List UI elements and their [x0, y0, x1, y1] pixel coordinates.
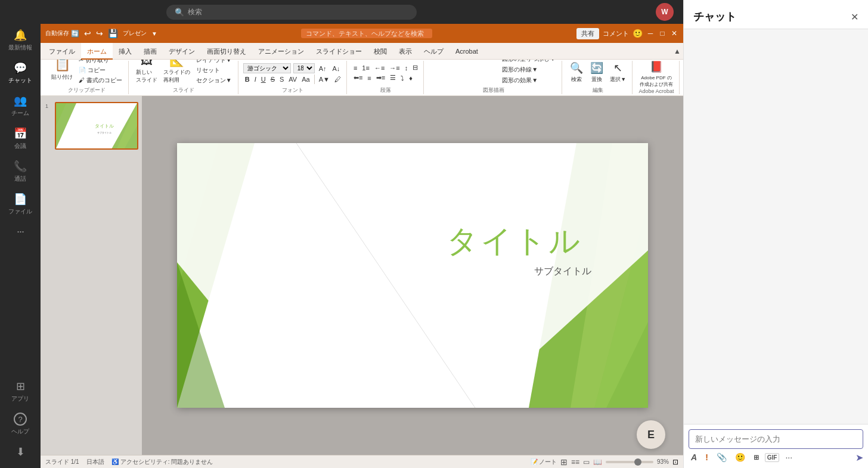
cut-btn[interactable]: ✂ 切り取り [76, 60, 125, 65]
minimize-btn[interactable]: ─ [646, 29, 655, 38]
chat-input[interactable] [689, 429, 863, 449]
text-direction-btn[interactable]: ⤵ [399, 73, 406, 82]
char-spacing-btn[interactable]: AV [287, 75, 299, 83]
tab-animations[interactable]: アニメーション [252, 43, 310, 60]
collapse-ribbon-btn[interactable]: ▲ [674, 47, 681, 55]
new-slide-btn[interactable]: 🖼 新しいスライド [134, 60, 160, 82]
close-btn[interactable]: ✕ [670, 29, 678, 38]
sidebar-item-install[interactable]: ⬇ [0, 441, 41, 463]
font-decrease-btn[interactable]: A↓ [331, 64, 342, 73]
align-center-btn[interactable]: ≡ [365, 73, 373, 82]
italic-btn[interactable]: I [253, 75, 258, 83]
chat-more-btn[interactable]: ··· [783, 451, 795, 463]
sidebar-item-files[interactable]: 📄 ファイル [0, 188, 41, 221]
font-size-select[interactable]: 18 [293, 63, 315, 73]
layout-btn[interactable]: レイアウト▼ [194, 60, 234, 65]
sidebar-item-chat[interactable]: 💬 チャット [0, 57, 41, 89]
zoom-slider[interactable] [606, 461, 653, 463]
shape-fill-btn[interactable]: 図形の塗りつぶし▼ [500, 60, 558, 64]
tab-acrobat[interactable]: Acrobat [450, 43, 484, 60]
format-painter-btn[interactable]: 🖌 書式のコピー [76, 76, 125, 85]
chat-important-btn[interactable]: ! [703, 451, 711, 463]
floating-action-btn[interactable]: E [637, 420, 665, 449]
chat-sticker-btn[interactable]: ⊞ [751, 452, 761, 463]
undo-btn[interactable]: ↩ [84, 29, 91, 38]
chat-attach-btn[interactable]: 📎 [714, 451, 729, 463]
font-family-select[interactable]: 游ゴシック [243, 63, 291, 73]
sidebar-item-calls[interactable]: 📞 通話 [0, 155, 41, 188]
line-spacing-btn[interactable]: ↕ [403, 63, 410, 72]
strikethrough-btn[interactable]: S [269, 75, 277, 83]
maximize-btn[interactable]: □ [658, 29, 666, 38]
down-chevron[interactable]: ▼ [151, 30, 157, 37]
chat-send-btn[interactable]: ➤ [855, 452, 863, 463]
font-increase-btn[interactable]: A↑ [317, 64, 328, 73]
share-btn[interactable]: 共有 [576, 28, 599, 39]
view-reading-btn[interactable]: 📖 [593, 458, 602, 466]
sidebar-item-activity[interactable]: 🔔 最新情報 [0, 24, 41, 57]
acrobat-pdf-btn[interactable]: 📕 Adobe PDF の作成および共有 [637, 61, 675, 87]
section-btn[interactable]: セクション▼ [194, 76, 234, 85]
view-outline-btn[interactable]: ≡≡ [571, 458, 579, 466]
global-search[interactable]: 🔍 [166, 5, 417, 20]
sidebar-item-apps[interactable]: ⊞ アプリ [0, 375, 41, 408]
tab-design[interactable]: デザイン [163, 43, 201, 60]
bullets-btn[interactable]: ≡ [352, 63, 359, 72]
slide-subtitle[interactable]: サブタイトル [534, 265, 591, 278]
slide-main-area[interactable]: タイトル サブタイトル [142, 96, 683, 455]
tab-draw[interactable]: 描画 [138, 43, 163, 60]
copy-btn[interactable]: 📄 コピー [76, 66, 125, 75]
tab-home[interactable]: ホーム [81, 43, 113, 60]
chat-close-btn[interactable]: ✕ [851, 11, 858, 23]
paste-btn[interactable]: 📋 貼り付け [49, 60, 75, 82]
replace-btn[interactable]: 🔄 置換 [587, 60, 606, 85]
tab-file[interactable]: ファイル [43, 43, 81, 60]
smart-art-btn[interactable]: ♦ [407, 73, 414, 82]
ribbon-search-input[interactable] [301, 29, 432, 38]
tab-view[interactable]: 表示 [393, 43, 418, 60]
case-btn[interactable]: Aa [300, 75, 311, 83]
decrease-indent-btn[interactable]: ←≡ [373, 63, 386, 72]
comment-btn[interactable]: コメント [603, 29, 629, 38]
shape-outline-btn[interactable]: 図形の枠線▼ [500, 65, 558, 75]
tab-slideshow[interactable]: スライドショー [310, 43, 368, 60]
search-input[interactable] [188, 8, 408, 16]
numbering-btn[interactable]: 1≡ [360, 63, 371, 72]
view-normal-btn[interactable]: ⊞ [560, 457, 568, 467]
smiley-btn[interactable]: 🙂 [633, 29, 643, 38]
sidebar-item-teams[interactable]: 👥 チーム [0, 89, 41, 122]
view-slide-btn[interactable]: ▭ [583, 458, 590, 466]
sidebar-item-meetings[interactable]: 📅 会議 [0, 122, 41, 155]
font-color-btn[interactable]: A▼ [317, 75, 331, 83]
find-btn[interactable]: 🔍 検索 [567, 60, 586, 85]
autosave-toggle[interactable]: 自動保存 🔄 [45, 29, 79, 38]
tab-transitions[interactable]: 画面切り替え [201, 43, 252, 60]
fit-slide-btn[interactable]: ⊡ [672, 458, 678, 466]
tab-help[interactable]: ヘルプ [418, 43, 450, 60]
justify-btn[interactable]: ☰ [388, 73, 398, 82]
sidebar-item-help[interactable]: ? ヘルプ [0, 408, 41, 441]
columns-btn[interactable]: ⊟ [411, 63, 420, 72]
chat-emoji-btn[interactable]: 🙂 [733, 451, 748, 463]
chat-gif-btn[interactable]: GIF [765, 453, 780, 462]
highlight-btn[interactable]: 🖊 [333, 75, 343, 83]
chat-format-btn[interactable]: A [689, 451, 699, 463]
bold-btn[interactable]: B [243, 75, 252, 83]
slide-thumbnail-1[interactable]: タイトル サブタイトル [55, 102, 138, 150]
align-right-btn[interactable]: ➡≡ [374, 73, 387, 82]
reset-btn[interactable]: リセット [194, 66, 234, 75]
tab-insert[interactable]: 挿入 [113, 43, 138, 60]
save-btn[interactable]: 💾 [108, 29, 118, 38]
slide-layout-btn[interactable]: 📐 スライドの再利用 [161, 60, 193, 82]
slide-title[interactable]: タイトル [447, 221, 582, 262]
sidebar-item-more[interactable]: ··· [0, 221, 41, 243]
align-left-btn[interactable]: ⬅≡ [352, 73, 364, 82]
tab-review[interactable]: 校閲 [368, 43, 393, 60]
notes-btn[interactable]: 📝 ノート [531, 458, 557, 466]
shadow-btn[interactable]: S [278, 75, 286, 83]
redo-btn[interactable]: ↪ [96, 29, 103, 38]
underline-btn[interactable]: U [259, 75, 268, 83]
select-btn[interactable]: ↖ 選択▼ [607, 60, 628, 85]
shape-effect-btn[interactable]: 図形の効果▼ [500, 76, 558, 85]
increase-indent-btn[interactable]: →≡ [388, 63, 401, 72]
